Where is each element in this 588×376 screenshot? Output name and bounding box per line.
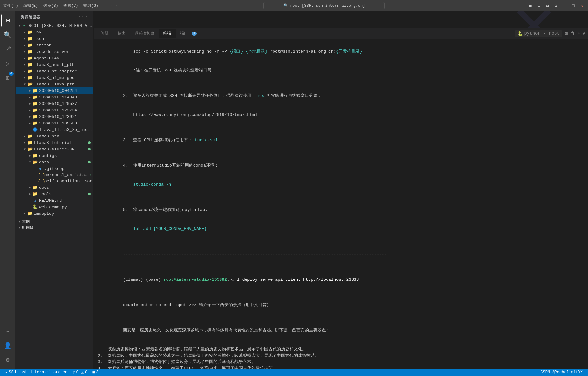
tab-terminal[interactable]: 终端 bbox=[159, 29, 176, 38]
main-layout: ⊞ 🔍 ⎇ ▷ ⊞ 6 ⌁ 👤 ⚙ 资源管理器 bbox=[0, 11, 588, 369]
tree-item-llama3-agent[interactable]: ▶ 📁 llama3_agent_pth bbox=[16, 61, 93, 68]
layout-icon-2[interactable]: ⊞ bbox=[536, 2, 541, 9]
tree-item-triton[interactable]: ▶ 📁 .triton bbox=[16, 42, 93, 48]
tab-output[interactable]: 输出 bbox=[113, 29, 130, 38]
l3hfa-arrow: ▶ bbox=[22, 69, 27, 73]
warning-count: 0 bbox=[85, 370, 87, 375]
minimize-icon[interactable]: — bbox=[562, 3, 568, 9]
maximize-icon[interactable]: □ bbox=[570, 3, 576, 9]
diamond-icon: ◆ bbox=[38, 166, 43, 171]
sc-label: self_cognition.json bbox=[44, 179, 92, 184]
activity-account[interactable]: 👤 bbox=[1, 339, 14, 352]
menu-view[interactable]: 查看(V) bbox=[63, 3, 78, 8]
tab-problems-label: 问题 bbox=[101, 31, 109, 36]
title-search[interactable]: 🔍 root [SSH: ssh.intern-ai.org.cn] bbox=[263, 2, 385, 9]
close-icon[interactable]: ✕ bbox=[579, 2, 585, 9]
123921-label: 20240510_123921 bbox=[39, 114, 77, 119]
tree-item-llama3-hf-adapter[interactable]: ▶ 📁 llama3_hf_adapter bbox=[16, 68, 93, 74]
122754-arrow: ▶ bbox=[27, 108, 33, 112]
menu-edit[interactable]: 编辑(E) bbox=[23, 3, 38, 8]
data-label: data bbox=[39, 160, 49, 165]
tree-item-llama3-hf-merged[interactable]: ▶ 📁 llama3_hf_merged bbox=[16, 74, 93, 81]
nav-forward[interactable]: → bbox=[114, 3, 117, 8]
folder-icon: 📁 bbox=[27, 62, 33, 67]
l3tut-label: Llama3-Tutorial bbox=[34, 140, 72, 145]
tree-item-20240510-004254[interactable]: ▶ 📁 20240510_004254 bbox=[16, 87, 93, 94]
term-line-4: 4. 使用InternStudio开箱即用的conda环境： bbox=[98, 156, 584, 175]
terminal-count: 3 bbox=[96, 370, 98, 375]
status-errors[interactable]: ✗ 0 ⚠ 0 bbox=[70, 369, 90, 376]
activity-explorer[interactable]: ⊞ bbox=[1, 14, 14, 27]
menu-goto[interactable]: 转到(G) bbox=[83, 3, 98, 8]
tree-item-llama3-pth[interactable]: ▶ 📁 llama3_pth bbox=[16, 133, 93, 139]
terminal-trash-icon[interactable]: 🗑 bbox=[570, 31, 575, 36]
status-remote[interactable]: ⌁ SSH: ssh.intern-ai.org.cn bbox=[3, 369, 70, 376]
tree-item-docs[interactable]: ▶ 📁 docs bbox=[16, 184, 93, 191]
terminal-split-icon[interactable]: ⊡ bbox=[565, 31, 568, 36]
account-icon: 👤 bbox=[4, 342, 12, 350]
activity-settings[interactable]: ⚙ bbox=[1, 353, 14, 366]
tree-item-web-demo[interactable]: ▶ 🐍 web_demo.py bbox=[16, 204, 93, 210]
tree-item-data[interactable]: ▼ 📂 data bbox=[16, 159, 93, 165]
tree-item-nv[interactable]: ▶ 📁 .nv bbox=[16, 29, 93, 35]
tree-item-llama3-tutorial[interactable]: ▶ 📁 Llama3-Tutorial bbox=[16, 139, 93, 146]
tree-outline-header[interactable]: ▶ 大纲 bbox=[16, 218, 93, 225]
folder-icon: 📁 bbox=[27, 30, 33, 35]
status-right-text: CSDN @RochelimitYX bbox=[538, 369, 585, 376]
tab-problems[interactable]: 问题 bbox=[96, 29, 113, 38]
tab-debug-console[interactable]: 调试控制台 bbox=[130, 29, 159, 38]
tree-item-llava-instruct[interactable]: ▶ 🔷 llava_llama3_8b_instruc... bbox=[16, 126, 93, 133]
tree-item-vscode-server[interactable]: ▶ 📁 .vscode-server bbox=[16, 48, 93, 55]
folder-icon: 📁 bbox=[27, 75, 33, 80]
terminal-tab-actions: 🐍 python · root ⊡ 🗑 + ∨ bbox=[515, 30, 586, 37]
nav-back[interactable]: ← bbox=[111, 3, 113, 8]
tree-item-ssh[interactable]: ▶ 📁 .ssh bbox=[16, 35, 93, 42]
status-terminal-count[interactable]: ⊞ 3 bbox=[90, 369, 101, 376]
term-line-conda: studio-conda -h bbox=[98, 175, 584, 194]
window-controls: ▣ ⊞ ⊡ ⚙ — □ ✕ bbox=[527, 2, 585, 9]
activity-search[interactable]: 🔍 bbox=[1, 28, 14, 41]
tree-item-readme[interactable]: ▶ ℹ README.md bbox=[16, 197, 93, 204]
warning-icon: ⚠ bbox=[81, 370, 84, 375]
folder-icon: 📁 bbox=[33, 191, 38, 197]
terminal-content[interactable]: scp -o StrictHostKeyChecking=no -r -P {端… bbox=[94, 39, 588, 369]
tree-item-personal-assistant[interactable]: ▶ { } personal_assista... U bbox=[16, 172, 93, 178]
configs-arrow: ▶ bbox=[27, 154, 33, 158]
term-line-2: 2. 避免因终端关闭或 SSH 连接断开导致任务终止，强烈建议使用 tmux 将… bbox=[98, 86, 584, 106]
activity-debug[interactable]: ▷ bbox=[1, 57, 14, 70]
l3xt-dot bbox=[88, 148, 91, 150]
tree-item-20240510-122754[interactable]: ▶ 📁 20240510_122754 bbox=[16, 107, 93, 113]
menu-file[interactable]: 文件(F) bbox=[3, 3, 18, 8]
tree-item-agent-flan[interactable]: ▶ 📁 Agent-FLAN bbox=[16, 55, 93, 61]
tree-item-20240510-114049[interactable]: ▶ 📁 20240510_114049 bbox=[16, 94, 93, 100]
tree-root[interactable]: ▼ ⌁ ROOT [SSH: SSH.INTERN-AI.O...] bbox=[16, 22, 93, 29]
menu-more[interactable]: ··· bbox=[103, 3, 111, 8]
nav-arrows: ← → bbox=[111, 3, 117, 8]
tree-item-llama3-xtuner[interactable]: ▼ 📂 Llama3-XTuner-CN bbox=[16, 146, 93, 152]
settings-icon[interactable]: ⚙ bbox=[553, 2, 559, 9]
sidebar-more-button[interactable]: ··· bbox=[78, 14, 88, 20]
tree-item-self-cognition[interactable]: ▶ { } self_cognition.json bbox=[16, 178, 93, 184]
tree-item-lmdeploy[interactable]: ▶ 📁 lmdeploy bbox=[16, 210, 93, 217]
root-label: ROOT [SSH: SSH.INTERN-AI.O...] bbox=[29, 23, 93, 28]
tree-item-20240510-135508[interactable]: ▶ 📁 20240510_135508 bbox=[16, 120, 93, 126]
terminal-add-button[interactable]: + bbox=[577, 31, 580, 36]
menu-select[interactable]: 选择(S) bbox=[43, 3, 58, 8]
terminal-chevron-icon[interactable]: ∨ bbox=[583, 31, 585, 36]
tree-item-tools[interactable]: ▶ 📁 tools bbox=[16, 191, 93, 197]
activity-extensions[interactable]: ⊞ 6 bbox=[1, 71, 14, 84]
tree-item-configs[interactable]: ▶ 📁 configs bbox=[16, 152, 93, 159]
tree-item-20240510-120537[interactable]: ▶ 📁 20240510_120537 bbox=[16, 100, 93, 107]
tree-item-20240510-123921[interactable]: ▶ 📁 20240510_123921 bbox=[16, 113, 93, 120]
activity-git[interactable]: ⎇ bbox=[1, 43, 14, 56]
activity-remote[interactable]: ⌁ bbox=[1, 325, 14, 338]
triton-label: .triton bbox=[34, 43, 52, 48]
layout-icon-1[interactable]: ▣ bbox=[527, 2, 533, 9]
tree-item-llama3-llava[interactable]: ▼ 📂 llama3_llava_pth bbox=[16, 81, 93, 87]
tab-ports[interactable]: 端口 3 bbox=[176, 29, 201, 38]
tree-item-gitkeep[interactable]: ▶ ◆ .gitkeep bbox=[16, 165, 93, 172]
layout-icon-3[interactable]: ⊡ bbox=[544, 2, 550, 9]
122754-label: 20240510_122754 bbox=[39, 108, 77, 113]
tab-ports-label: 端口 bbox=[180, 31, 188, 36]
tree-timeline-header[interactable]: ▶ 时间线 bbox=[16, 225, 93, 231]
